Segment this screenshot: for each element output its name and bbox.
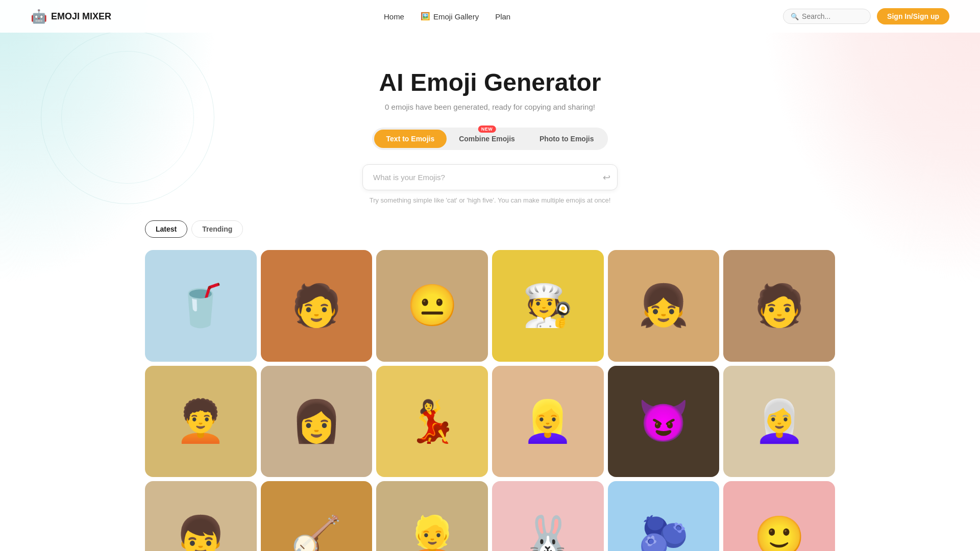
hero-title: AI Emoji Generator xyxy=(0,68,980,96)
logo-text: EMOJI MIXER xyxy=(51,11,111,22)
emoji-content: 👦 xyxy=(145,481,257,551)
filter-trending[interactable]: Trending xyxy=(191,220,243,238)
input-hint: Try something simple like 'cat' or 'high… xyxy=(0,196,980,204)
emoji-content: 👱 xyxy=(376,481,488,551)
signin-button[interactable]: Sign In/Sign up xyxy=(877,8,949,24)
tab-photo-to-emojis[interactable]: Photo to Emojis xyxy=(527,130,606,148)
emoji-content: 🥤 xyxy=(145,250,257,362)
emoji-card-8[interactable]: 👩 xyxy=(261,366,373,478)
emoji-content: 💃 xyxy=(376,366,488,478)
emoji-content: 🙂 xyxy=(723,481,835,551)
gallery-icon: 🖼️ xyxy=(421,12,430,21)
nav-home[interactable]: Home xyxy=(384,12,404,21)
emoji-card-9[interactable]: 💃 xyxy=(376,366,488,478)
filter-latest[interactable]: Latest xyxy=(145,220,187,238)
search-box[interactable]: 🔍 xyxy=(783,9,871,24)
emoji-card-2[interactable]: 🧑 xyxy=(261,250,373,362)
navbar: 🤖 EMOJI MIXER Home 🖼️ Emoji Gallery Plan… xyxy=(0,0,980,33)
tab-combine-emojis[interactable]: NEW Combine Emojis xyxy=(447,130,527,148)
emoji-card-1[interactable]: 🥤 xyxy=(145,250,257,362)
nav-gallery[interactable]: 🖼️ Emoji Gallery xyxy=(421,12,479,21)
emoji-card-17[interactable]: 🫐 xyxy=(608,481,720,551)
new-badge: NEW xyxy=(478,126,496,133)
emoji-content: 🪕 xyxy=(261,481,373,551)
emoji-card-16[interactable]: 🐰 xyxy=(492,481,604,551)
emoji-content: 🐰 xyxy=(492,481,604,551)
emoji-content: 🧑‍🍳 xyxy=(492,250,604,362)
enter-icon[interactable]: ↩ xyxy=(603,172,610,183)
emoji-input[interactable] xyxy=(362,164,618,190)
emoji-card-18[interactable]: 🙂 xyxy=(723,481,835,551)
emoji-card-5[interactable]: 👧 xyxy=(608,250,720,362)
hero-subtitle: 0 emojis have been generated, ready for … xyxy=(0,103,980,111)
nav-links: Home 🖼️ Emoji Gallery Plan xyxy=(384,12,510,21)
search-input[interactable] xyxy=(802,12,863,20)
emoji-content: 🧑 xyxy=(261,250,373,362)
emoji-card-3[interactable]: 😐 xyxy=(376,250,488,362)
emoji-card-7[interactable]: 🧑‍🦱 xyxy=(145,366,257,478)
nav-right: 🔍 Sign In/Sign up xyxy=(783,8,949,24)
emoji-card-6[interactable]: 🧑 xyxy=(723,250,835,362)
emoji-content: 👧 xyxy=(608,250,720,362)
emoji-content: 🧑 xyxy=(723,250,835,362)
emoji-content: 😈 xyxy=(608,366,720,478)
filter-tabs: Latest Trending xyxy=(0,220,980,238)
emoji-card-12[interactable]: 👩‍🦳 xyxy=(723,366,835,478)
emoji-content: 🫐 xyxy=(608,481,720,551)
emoji-card-15[interactable]: 👱 xyxy=(376,481,488,551)
emoji-content: 👩‍🦳 xyxy=(723,366,835,478)
logo-icon: 🤖 xyxy=(31,9,47,24)
emoji-content: 😐 xyxy=(376,250,488,362)
emoji-card-4[interactable]: 🧑‍🍳 xyxy=(492,250,604,362)
nav-plan[interactable]: Plan xyxy=(495,12,510,21)
emoji-card-11[interactable]: 😈 xyxy=(608,366,720,478)
emoji-card-14[interactable]: 🪕 xyxy=(261,481,373,551)
emoji-content: 👱‍♀️ xyxy=(492,366,604,478)
search-icon: 🔍 xyxy=(791,13,799,20)
input-wrapper: ↩ xyxy=(362,164,618,190)
emoji-card-13[interactable]: 👦 xyxy=(145,481,257,551)
emoji-content: 🧑‍🦱 xyxy=(145,366,257,478)
tab-text-to-emojis[interactable]: Text to Emojis xyxy=(374,130,447,148)
logo[interactable]: 🤖 EMOJI MIXER xyxy=(31,9,111,24)
emoji-content: 👩 xyxy=(261,366,373,478)
emoji-card-10[interactable]: 👱‍♀️ xyxy=(492,366,604,478)
tab-switcher: Text to Emojis NEW Combine Emojis Photo … xyxy=(372,128,608,150)
main-content: AI Emoji Generator 0 emojis have been ge… xyxy=(0,33,980,551)
emoji-grid: 🥤🧑😐🧑‍🍳👧🧑🧑‍🦱👩💃👱‍♀️😈👩‍🦳👦🪕👱🐰🫐🙂 xyxy=(0,250,980,551)
